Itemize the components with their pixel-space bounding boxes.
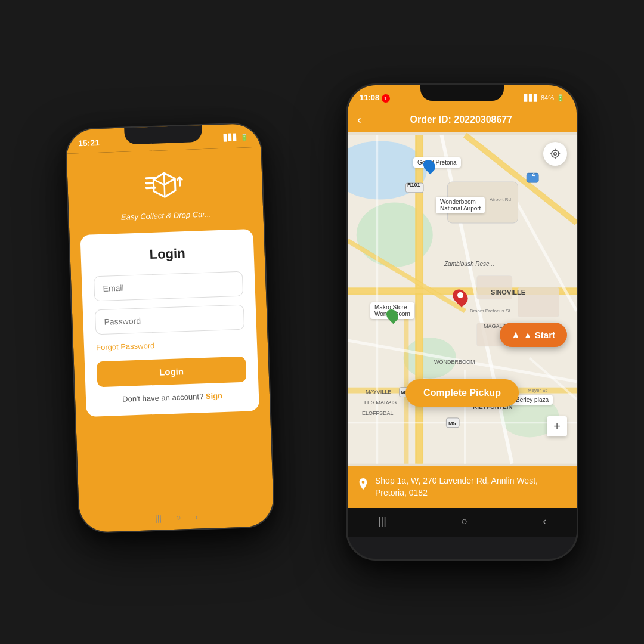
email-input[interactable] <box>94 271 243 302</box>
password-input[interactable] <box>95 305 244 335</box>
login-title: Login <box>92 244 242 265</box>
road-badge-4: 4 <box>532 172 535 178</box>
gobid-pin <box>424 159 435 172</box>
signup-row: Don't have an account? Sign <box>98 391 247 405</box>
eloffsdal-label: ELOFFSDAL <box>362 410 394 416</box>
nav-back-icon-right[interactable]: ‹ <box>543 515 546 528</box>
zoom-plus-button[interactable]: + <box>547 416 567 436</box>
time-left: 15:21 <box>78 137 100 147</box>
svg-point-34 <box>552 150 559 157</box>
app-logo <box>144 168 187 205</box>
phone-login: 15:21 ▋▋▋ 🔋 <box>64 122 275 534</box>
wonderboom-label: WONDERBOOM <box>434 359 475 365</box>
airport-rd-label: Airport Rd <box>490 197 511 202</box>
signup-prompt: Don't have an account? <box>122 392 204 404</box>
mayville-label: MAYVILLE <box>366 389 391 395</box>
phone-map: 11:08 1 ▋▋▋ 84% 🔋 ‹ Order ID: 2022030867… <box>346 83 578 561</box>
nav-menu-icon-right[interactable]: ||| <box>378 515 386 528</box>
logo-tagline: Easy Collect & Drop Car... <box>121 209 212 221</box>
status-icons-left: ▋▋▋ 🔋 <box>224 133 249 141</box>
svg-rect-26 <box>477 276 512 299</box>
back-button[interactable]: ‹ <box>357 113 361 126</box>
address-text: Shop 1a, W, 270 Lavender Rd, Annlin West… <box>375 475 567 499</box>
gobid-label: GoBid Pretoria <box>413 157 461 168</box>
sinoville-label: SINOVILLE <box>491 289 525 296</box>
lesmarais-label: LES MARAIS <box>364 400 397 405</box>
nav-home-icon-right[interactable]: ○ <box>462 515 468 528</box>
nav-back-icon[interactable]: ‹ <box>195 512 198 522</box>
road-badge-m5: M5 <box>448 420 456 426</box>
destination-pin <box>454 289 467 305</box>
map-container: R101 4 M1 M5 GoBid Pretoria WonderboomNa… <box>348 132 577 466</box>
airport-label: WonderboomNational Airport <box>436 197 485 213</box>
bottom-nav-left: ||| ○ ‹ <box>155 512 199 524</box>
login-button[interactable]: Login <box>97 357 246 388</box>
svg-point-33 <box>554 153 557 156</box>
logo-area: Easy Collect & Drop Car... <box>107 148 224 234</box>
login-screen: Easy Collect & Drop Car... Login Forgot … <box>67 147 274 532</box>
login-card: Login Forgot Password Login Don't have a… <box>80 229 259 417</box>
address-bar: Shop 1a, W, 270 Lavender Rd, Annlin West… <box>348 466 577 508</box>
complete-pickup-button[interactable]: Complete Pickup <box>405 379 519 407</box>
braam-label: Braam Pretorius St <box>470 308 510 314</box>
status-icons-right: ▋▋▋ 84% 🔋 <box>524 94 565 102</box>
notch-right <box>420 85 504 101</box>
location-target-button[interactable] <box>543 142 567 166</box>
notch-left <box>124 125 202 145</box>
notification-badge: 1 <box>382 94 390 103</box>
time-right: 11:08 1 <box>360 93 390 103</box>
nav-menu-icon[interactable]: ||| <box>155 513 162 523</box>
start-button[interactable]: ▲ Start <box>500 323 567 347</box>
zambibush-label: Zambibush Rese... <box>444 261 494 267</box>
road-badge-r101: R101 <box>407 182 420 188</box>
makro-pin <box>387 309 398 322</box>
order-id: Order ID: 20220308677 <box>367 114 555 125</box>
address-pin-icon <box>357 478 369 496</box>
nav-home-icon[interactable]: ○ <box>176 513 181 522</box>
bottom-nav-right: ||| ○ ‹ <box>348 508 577 537</box>
map-header: ‹ Order ID: 20220308677 <box>348 108 577 132</box>
signup-link[interactable]: Sign <box>206 391 223 401</box>
scene: 15:21 ▋▋▋ 🔋 <box>54 54 590 590</box>
forgot-password-link[interactable]: Forgot Password <box>96 338 245 352</box>
svg-rect-1 <box>145 182 153 184</box>
meyer-label: Meyer St <box>528 388 547 393</box>
